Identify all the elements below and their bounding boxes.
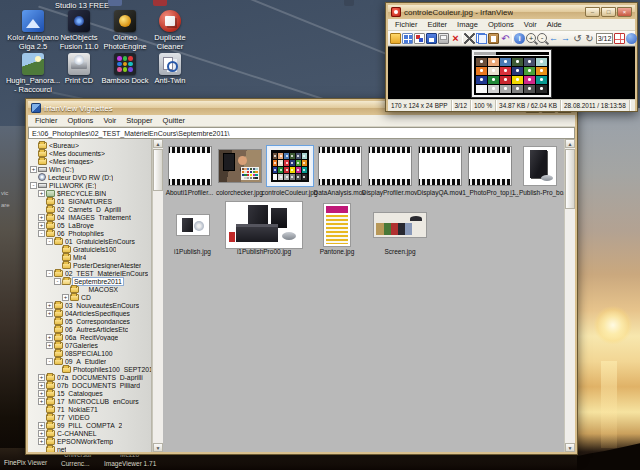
tree-expander[interactable]: +: [38, 398, 45, 405]
tree-item[interactable]: + Win (C:): [28, 165, 151, 173]
tree-item[interactable]: Mir4: [28, 253, 151, 261]
thumbnail-item[interactable]: colorchecker.jpg: [216, 144, 263, 196]
tree-expander[interactable]: +: [46, 342, 53, 349]
tree-expander[interactable]: +: [62, 294, 69, 301]
menu-item[interactable]: Fichier: [30, 116, 63, 125]
desktop-icon-label[interactable]: ImageViewer 1.71: [104, 460, 156, 467]
zout[interactable]: [537, 33, 547, 43]
tree-item[interactable]: + 03_NouveautésEnCours: [28, 301, 151, 309]
close-button[interactable]: ×: [617, 7, 632, 17]
menu-item[interactable]: Options: [483, 20, 519, 29]
sep[interactable]: [462, 33, 463, 43]
thumbnails-scrollbar[interactable]: ▲ ▼: [564, 139, 575, 452]
tree-item[interactable]: + 04ArticlesSpecifiques: [28, 309, 151, 317]
thumbnail-item[interactable]: DisplayProfiler.mov: [366, 144, 413, 196]
tree-item[interactable]: 05_Correspondances: [28, 317, 151, 325]
prev[interactable]: [548, 33, 559, 44]
desktop-icon-anti-twin[interactable]: Anti-Twin: [142, 53, 198, 86]
scroll-up-arrow[interactable]: ▲: [565, 139, 575, 148]
tree-expander[interactable]: +: [38, 374, 45, 381]
desktop-icon-label[interactable]: FinePix Viewer: [4, 459, 47, 466]
tree-item[interactable]: - Septembre2011: [28, 277, 151, 285]
next[interactable]: [560, 33, 571, 44]
thumbnail-item[interactable]: i1_Publish-Pro_bo...: [516, 144, 563, 196]
menu-item[interactable]: Image: [452, 20, 483, 29]
tree-expander[interactable]: +: [46, 310, 53, 317]
tree-item[interactable]: - PILLWORK (E:): [28, 181, 151, 189]
scrollbar-thumb[interactable]: [565, 149, 575, 209]
tree-item[interactable]: + CD: [28, 293, 151, 301]
save[interactable]: [426, 33, 437, 44]
tree-item[interactable]: net: [28, 445, 151, 452]
tree-expander[interactable]: +: [46, 302, 53, 309]
cut[interactable]: [464, 33, 475, 44]
tree-expander[interactable]: -: [54, 278, 61, 285]
tree-expander[interactable]: -: [46, 238, 53, 245]
minimize-button[interactable]: –: [585, 7, 600, 17]
copy[interactable]: [476, 33, 487, 44]
tree-item[interactable]: Lecteur DVD RW (D:): [28, 173, 151, 181]
thumbnail-item[interactable]: i1Publish.jpg: [169, 203, 216, 255]
thumbs[interactable]: [402, 33, 413, 44]
viewer-title-bar[interactable]: controleCouleur.jpg - IrfanView – □ ×: [388, 5, 635, 19]
check[interactable]: [614, 33, 625, 44]
menu-item[interactable]: Voir: [98, 116, 121, 125]
thumbnail-item[interactable]: i1_PhotoPro_top_...: [466, 144, 513, 196]
partial-desktop-icon[interactable]: [108, 0, 122, 6]
del[interactable]: [450, 33, 461, 44]
tree-item[interactable]: 08SPECIAL100: [28, 349, 151, 357]
tree-item[interactable]: - 01_GratuicielsEnCours: [28, 237, 151, 245]
thumbnail-item-selected[interactable]: controleCouleur.jpg: [266, 144, 313, 196]
rotr[interactable]: [584, 33, 595, 44]
partial-desktop-icon[interactable]: [344, 0, 354, 6]
scroll-up-arrow[interactable]: ▲: [153, 139, 163, 148]
tree-item[interactable]: 06_AutresArticlesEtc: [28, 325, 151, 333]
menu-item[interactable]: Editer: [423, 20, 453, 29]
tree-expander[interactable]: +: [46, 334, 53, 341]
paste[interactable]: [488, 33, 499, 44]
tree-item[interactable]: <Mes documents>: [28, 149, 151, 157]
tree-expander[interactable]: +: [38, 382, 45, 389]
tree-scrollbar[interactable]: ▲ ▼: [152, 139, 163, 452]
thumbnail-item[interactable]: Abouti1Profiler...: [166, 144, 213, 196]
tree-item[interactable]: <Bureau>: [28, 141, 151, 149]
tree-item[interactable]: + 06a_RecitVoyage: [28, 333, 151, 341]
image-view-area[interactable]: [388, 46, 635, 99]
tree-item[interactable]: - 06_Photophiles: [28, 229, 151, 237]
tree-expander[interactable]: +: [38, 190, 45, 197]
tree-expander[interactable]: -: [46, 270, 53, 277]
tree-expander[interactable]: +: [30, 166, 37, 173]
thumbnail-item[interactable]: Pantone.jpg: [312, 203, 362, 255]
menu-item[interactable]: Stopper: [121, 116, 157, 125]
menu-item[interactable]: Aide: [542, 20, 567, 29]
tree-expander[interactable]: -: [46, 358, 53, 365]
scroll-down-arrow[interactable]: ▼: [565, 443, 575, 452]
undo[interactable]: [500, 33, 511, 44]
menu-item[interactable]: Voir: [519, 20, 542, 29]
tree-item[interactable]: __MACOSX: [28, 285, 151, 293]
info[interactable]: [514, 33, 525, 44]
scrollbar-thumb[interactable]: [153, 149, 163, 191]
tree-item[interactable]: - 09_A_Etudier: [28, 357, 151, 365]
tree-expander[interactable]: +: [38, 438, 45, 445]
desktop-icon-duplicate-cleaner[interactable]: Duplicate Cleaner: [142, 10, 198, 51]
print[interactable]: [438, 33, 449, 44]
tree-item[interactable]: <Mes images>: [28, 157, 151, 165]
desktop-icon-label[interactable]: Currenc...: [61, 460, 90, 467]
thumbnail-item[interactable]: i1PublishPro00.jpg: [221, 203, 307, 255]
tree-item[interactable]: Gratuiciels100: [28, 245, 151, 253]
maximize-button[interactable]: □: [601, 7, 616, 17]
tree-expander[interactable]: -: [38, 230, 45, 237]
scroll-down-arrow[interactable]: ▼: [153, 443, 163, 452]
tree-expander[interactable]: +: [38, 222, 45, 229]
menu-item[interactable]: Fichier: [390, 20, 423, 29]
tree-expander[interactable]: +: [38, 430, 45, 437]
sep[interactable]: [512, 33, 513, 43]
tree-expander[interactable]: +: [38, 214, 45, 221]
tree-item[interactable]: - 02_TEST_MatérielEnCours: [28, 269, 151, 277]
tree-expander[interactable]: +: [38, 422, 45, 429]
thumbnail-item[interactable]: DataAnalysis.mov: [316, 144, 363, 196]
menu-item[interactable]: Quitter: [158, 116, 191, 125]
tree-expander[interactable]: -: [30, 182, 37, 189]
path-bar[interactable]: E:\06_Photophiles\02_TEST_MatérielEnCour…: [28, 127, 575, 139]
